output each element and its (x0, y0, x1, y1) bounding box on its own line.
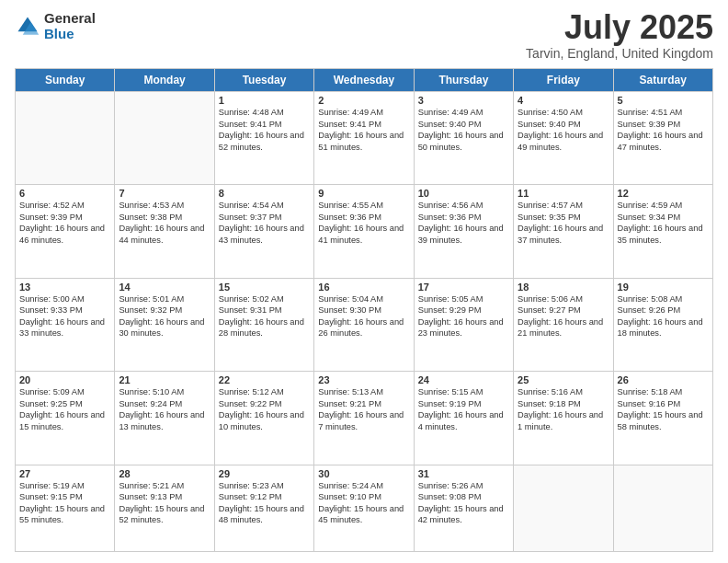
cell-details: Sunrise: 4:49 AM Sunset: 9:40 PM Dayligh… (418, 107, 509, 153)
cell-details: Sunrise: 5:19 AM Sunset: 9:15 PM Dayligh… (19, 480, 110, 526)
calendar-cell: 27Sunrise: 5:19 AM Sunset: 9:15 PM Dayli… (16, 465, 115, 552)
cell-details: Sunrise: 4:53 AM Sunset: 9:38 PM Dayligh… (119, 200, 210, 246)
day-number: 7 (119, 188, 210, 199)
cell-details: Sunrise: 5:04 AM Sunset: 9:30 PM Dayligh… (318, 293, 409, 339)
calendar-week-1: 1Sunrise: 4:48 AM Sunset: 9:41 PM Daylig… (16, 92, 713, 185)
col-header-sunday: Sunday (16, 69, 115, 92)
day-number: 28 (119, 468, 210, 479)
cell-details: Sunrise: 5:26 AM Sunset: 9:08 PM Dayligh… (418, 480, 509, 526)
calendar-cell: 9Sunrise: 4:55 AM Sunset: 9:36 PM Daylig… (314, 185, 414, 278)
cell-details: Sunrise: 5:16 AM Sunset: 9:18 PM Dayligh… (518, 386, 609, 432)
day-number: 18 (518, 282, 609, 293)
calendar-cell: 17Sunrise: 5:05 AM Sunset: 9:29 PM Dayli… (414, 278, 513, 371)
calendar-cell: 6Sunrise: 4:52 AM Sunset: 9:39 PM Daylig… (16, 185, 115, 278)
calendar-cell (115, 92, 214, 185)
logo: General Blue (15, 11, 96, 41)
day-number: 23 (318, 374, 409, 385)
page: General Blue July 2025 Tarvin, England, … (0, 0, 728, 563)
day-number: 29 (219, 468, 310, 479)
cell-details: Sunrise: 4:49 AM Sunset: 9:41 PM Dayligh… (318, 107, 409, 153)
day-number: 3 (418, 95, 509, 106)
day-number: 9 (318, 188, 409, 199)
calendar-week-5: 27Sunrise: 5:19 AM Sunset: 9:15 PM Dayli… (16, 465, 713, 552)
col-header-tuesday: Tuesday (214, 69, 313, 92)
calendar-cell: 13Sunrise: 5:00 AM Sunset: 9:33 PM Dayli… (16, 278, 115, 371)
calendar-cell: 5Sunrise: 4:51 AM Sunset: 9:39 PM Daylig… (613, 92, 712, 185)
calendar-cell: 7Sunrise: 4:53 AM Sunset: 9:38 PM Daylig… (115, 185, 214, 278)
day-number: 5 (618, 95, 709, 106)
calendar-cell: 16Sunrise: 5:04 AM Sunset: 9:30 PM Dayli… (314, 278, 414, 371)
cell-details: Sunrise: 5:05 AM Sunset: 9:29 PM Dayligh… (418, 293, 509, 339)
cell-details: Sunrise: 4:51 AM Sunset: 9:39 PM Dayligh… (618, 107, 709, 153)
day-number: 31 (418, 468, 509, 479)
cell-details: Sunrise: 5:15 AM Sunset: 9:19 PM Dayligh… (418, 386, 509, 432)
logo-general-text: General (44, 11, 96, 27)
calendar-cell: 26Sunrise: 5:18 AM Sunset: 9:16 PM Dayli… (613, 372, 712, 465)
day-number: 27 (19, 468, 110, 479)
day-number: 2 (318, 95, 409, 106)
calendar-cell: 11Sunrise: 4:57 AM Sunset: 9:35 PM Dayli… (514, 185, 613, 278)
cell-details: Sunrise: 4:48 AM Sunset: 9:41 PM Dayligh… (219, 107, 310, 153)
calendar-cell: 21Sunrise: 5:10 AM Sunset: 9:24 PM Dayli… (115, 372, 214, 465)
day-number: 16 (318, 282, 409, 293)
calendar-cell: 29Sunrise: 5:23 AM Sunset: 9:12 PM Dayli… (214, 465, 313, 552)
title-block: July 2025 Tarvin, England, United Kingdo… (526, 11, 713, 61)
day-number: 8 (219, 188, 310, 199)
day-number: 11 (518, 188, 609, 199)
month-title: July 2025 (526, 11, 713, 44)
calendar-cell: 22Sunrise: 5:12 AM Sunset: 9:22 PM Dayli… (214, 372, 313, 465)
cell-details: Sunrise: 4:50 AM Sunset: 9:40 PM Dayligh… (518, 107, 609, 153)
calendar-cell: 12Sunrise: 4:59 AM Sunset: 9:34 PM Dayli… (613, 185, 712, 278)
day-number: 12 (618, 188, 709, 199)
day-number: 24 (418, 374, 509, 385)
day-number: 26 (618, 374, 709, 385)
col-header-thursday: Thursday (414, 69, 513, 92)
col-header-saturday: Saturday (613, 69, 712, 92)
day-number: 10 (418, 188, 509, 199)
cell-details: Sunrise: 4:57 AM Sunset: 9:35 PM Dayligh… (518, 200, 609, 246)
logo-blue-text: Blue (44, 27, 96, 42)
calendar-cell (613, 465, 712, 552)
calendar-header-row: SundayMondayTuesdayWednesdayThursdayFrid… (16, 69, 713, 92)
calendar-cell: 4Sunrise: 4:50 AM Sunset: 9:40 PM Daylig… (514, 92, 613, 185)
calendar-cell: 2Sunrise: 4:49 AM Sunset: 9:41 PM Daylig… (314, 92, 414, 185)
cell-details: Sunrise: 5:08 AM Sunset: 9:26 PM Dayligh… (618, 293, 709, 339)
cell-details: Sunrise: 4:55 AM Sunset: 9:36 PM Dayligh… (318, 200, 409, 246)
logo-icon (15, 14, 40, 40)
cell-details: Sunrise: 5:23 AM Sunset: 9:12 PM Dayligh… (219, 480, 310, 526)
calendar-cell: 28Sunrise: 5:21 AM Sunset: 9:13 PM Dayli… (115, 465, 214, 552)
cell-details: Sunrise: 5:02 AM Sunset: 9:31 PM Dayligh… (219, 293, 310, 339)
day-number: 17 (418, 282, 509, 293)
location: Tarvin, England, United Kingdom (526, 46, 713, 61)
calendar-cell: 20Sunrise: 5:09 AM Sunset: 9:25 PM Dayli… (16, 372, 115, 465)
cell-details: Sunrise: 5:12 AM Sunset: 9:22 PM Dayligh… (219, 386, 310, 432)
cell-details: Sunrise: 5:13 AM Sunset: 9:21 PM Dayligh… (318, 386, 409, 432)
day-number: 20 (19, 374, 110, 385)
calendar-cell (514, 465, 613, 552)
calendar-week-3: 13Sunrise: 5:00 AM Sunset: 9:33 PM Dayli… (16, 278, 713, 371)
day-number: 4 (518, 95, 609, 106)
day-number: 22 (219, 374, 310, 385)
cell-details: Sunrise: 5:24 AM Sunset: 9:10 PM Dayligh… (318, 480, 409, 526)
calendar-cell: 1Sunrise: 4:48 AM Sunset: 9:41 PM Daylig… (214, 92, 313, 185)
cell-details: Sunrise: 5:18 AM Sunset: 9:16 PM Dayligh… (618, 386, 709, 432)
calendar-cell: 30Sunrise: 5:24 AM Sunset: 9:10 PM Dayli… (314, 465, 414, 552)
cell-details: Sunrise: 4:52 AM Sunset: 9:39 PM Dayligh… (19, 200, 110, 246)
calendar-cell: 18Sunrise: 5:06 AM Sunset: 9:27 PM Dayli… (514, 278, 613, 371)
cell-details: Sunrise: 4:56 AM Sunset: 9:36 PM Dayligh… (418, 200, 509, 246)
col-header-monday: Monday (115, 69, 214, 92)
cell-details: Sunrise: 4:54 AM Sunset: 9:37 PM Dayligh… (219, 200, 310, 246)
cell-details: Sunrise: 5:01 AM Sunset: 9:32 PM Dayligh… (119, 293, 210, 339)
day-number: 15 (219, 282, 310, 293)
calendar-cell (16, 92, 115, 185)
calendar-cell: 31Sunrise: 5:26 AM Sunset: 9:08 PM Dayli… (414, 465, 513, 552)
calendar-cell: 25Sunrise: 5:16 AM Sunset: 9:18 PM Dayli… (514, 372, 613, 465)
calendar-cell: 23Sunrise: 5:13 AM Sunset: 9:21 PM Dayli… (314, 372, 414, 465)
cell-details: Sunrise: 5:06 AM Sunset: 9:27 PM Dayligh… (518, 293, 609, 339)
day-number: 1 (219, 95, 310, 106)
calendar-table: SundayMondayTuesdayWednesdayThursdayFrid… (15, 68, 713, 552)
calendar-cell: 3Sunrise: 4:49 AM Sunset: 9:40 PM Daylig… (414, 92, 513, 185)
day-number: 19 (618, 282, 709, 293)
calendar-cell: 10Sunrise: 4:56 AM Sunset: 9:36 PM Dayli… (414, 185, 513, 278)
col-header-friday: Friday (514, 69, 613, 92)
